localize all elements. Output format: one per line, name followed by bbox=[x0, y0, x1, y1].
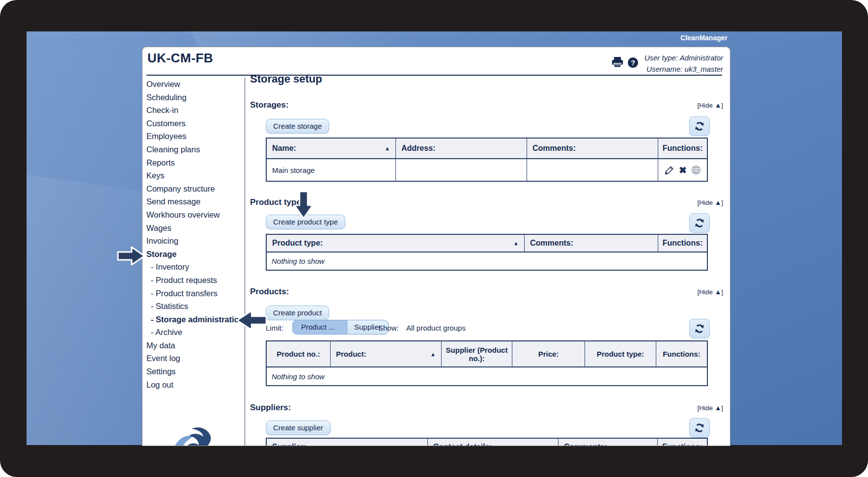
refresh-icon bbox=[694, 323, 705, 334]
limit-product-groups-button[interactable]: Product ... bbox=[292, 320, 347, 335]
product-types-table: Product type: ▲ Comments: Functions: Not… bbox=[266, 234, 708, 271]
sidebar-item-settings[interactable]: Settings bbox=[146, 365, 243, 378]
storages-hide-link[interactable]: [Hide ▲] bbox=[698, 102, 723, 109]
screen: CleanManager UK-CM-FB ? User type: Admin… bbox=[0, 0, 868, 477]
create-product-button[interactable]: Create product bbox=[266, 306, 329, 320]
suppliers-col-supplier[interactable]: Supplier: ▲ bbox=[267, 439, 428, 446]
storage-address-cell bbox=[396, 159, 527, 181]
storages-col-name[interactable]: Name: ▲ bbox=[267, 139, 396, 159]
product-types-col-type[interactable]: Product type: ▲ bbox=[267, 235, 525, 253]
storage-pointer-arrow-icon bbox=[117, 246, 145, 268]
products-col-type[interactable]: Product type: bbox=[585, 341, 656, 367]
products-section-label: Products: bbox=[250, 287, 289, 297]
suppliers-col-functions: Functions: bbox=[658, 439, 707, 446]
sidebar-item-keys[interactable]: Keys bbox=[146, 169, 243, 182]
products-refresh-button[interactable] bbox=[689, 319, 710, 338]
sidebar-item-inventory[interactable]: - Inventory bbox=[146, 260, 243, 274]
suppliers-refresh-button[interactable] bbox=[689, 418, 710, 438]
products-col-product[interactable]: Product: ▲ bbox=[331, 341, 442, 367]
sidebar-item-reports[interactable]: Reports bbox=[146, 156, 243, 169]
print-icon[interactable] bbox=[612, 57, 623, 68]
storages-col-address[interactable]: Address: bbox=[396, 139, 527, 159]
show-value[interactable]: All product groups bbox=[406, 324, 466, 332]
suppliers-hide-link[interactable]: [Hide ▲] bbox=[698, 404, 723, 412]
sidebar-item-check-in[interactable]: Check-in bbox=[146, 104, 243, 117]
products-col-no[interactable]: Product no.: bbox=[267, 341, 331, 367]
sidebar-item-storage[interactable]: Storage bbox=[146, 248, 243, 261]
sidebar-item-statistics[interactable]: - Statistics bbox=[146, 300, 243, 313]
globe-icon[interactable] bbox=[691, 165, 701, 175]
user-type-label: User type: Administrator bbox=[644, 52, 723, 63]
help-icon[interactable]: ? bbox=[628, 57, 638, 68]
limit-segmented-control: Product ... Supplier bbox=[292, 320, 389, 335]
storage-comments-cell bbox=[527, 159, 658, 181]
header-divider bbox=[146, 75, 722, 76]
sidebar-item-customers[interactable]: Customers bbox=[146, 117, 243, 130]
suppliers-table: Supplier: ▲ Contact details: Comments: F… bbox=[266, 438, 708, 446]
product-types-hide-link[interactable]: [Hide ▲] bbox=[698, 199, 723, 206]
products-col-price[interactable]: Price: bbox=[512, 341, 585, 367]
page-title: UK-CM-FB bbox=[147, 51, 213, 66]
storages-col-comments[interactable]: Comments: bbox=[527, 139, 658, 159]
product-types-refresh-button[interactable] bbox=[689, 213, 710, 233]
sort-asc-icon: ▲ bbox=[381, 145, 390, 151]
storage-name-cell: Main storage bbox=[267, 159, 396, 181]
storage-functions-cell: ✖ bbox=[658, 159, 707, 181]
limit-label: Limit: bbox=[266, 324, 283, 332]
sidebar-item-overview[interactable]: Overview bbox=[146, 78, 243, 91]
sidebar: Overview Scheduling Check-in Customers E… bbox=[146, 78, 243, 391]
create-product-type-pointer-arrow-icon bbox=[293, 191, 314, 221]
refresh-icon bbox=[694, 422, 705, 433]
sort-asc-icon: ▲ bbox=[509, 240, 519, 246]
sidebar-divider bbox=[245, 78, 245, 446]
products-col-functions: Functions: bbox=[656, 341, 707, 367]
products-col-supplier[interactable]: Supplier (Product no.): bbox=[442, 341, 512, 367]
sidebar-item-product-transfers[interactable]: - Product transfers bbox=[146, 287, 243, 300]
sidebar-item-wages[interactable]: Wages bbox=[146, 222, 243, 235]
content-title: Storage setup bbox=[250, 73, 322, 85]
product-types-empty-row: Nothing to show bbox=[267, 253, 707, 270]
edit-pencil-icon[interactable] bbox=[664, 165, 674, 175]
storages-table: Name: ▲ Address: Comments: Functions: Ma… bbox=[266, 138, 708, 182]
storage-administration-pointer-arrow-icon bbox=[236, 309, 267, 333]
storages-col-functions: Functions: bbox=[658, 139, 707, 159]
delete-icon[interactable]: ✖ bbox=[679, 166, 687, 175]
username-label: Username: uk3_master bbox=[644, 63, 723, 75]
products-empty-row: Nothing to show bbox=[267, 367, 707, 385]
refresh-icon bbox=[694, 121, 705, 132]
create-supplier-button[interactable]: Create supplier bbox=[266, 421, 331, 435]
sidebar-item-workhours-overview[interactable]: Workhours overview bbox=[146, 208, 243, 222]
sidebar-item-my-data[interactable]: My data bbox=[146, 339, 243, 352]
storages-section-label: Storages: bbox=[250, 100, 288, 110]
sidebar-item-event-log[interactable]: Event log bbox=[146, 352, 243, 365]
sidebar-item-employees[interactable]: Employees bbox=[146, 130, 243, 143]
sidebar-item-company-structure[interactable]: Company structure bbox=[146, 182, 243, 196]
user-info: User type: Administrator Username: uk3_m… bbox=[644, 52, 723, 75]
refresh-icon bbox=[694, 218, 705, 228]
sidebar-item-storage-administration[interactable]: - Storage administration bbox=[146, 313, 243, 326]
create-storage-button[interactable]: Create storage bbox=[266, 119, 329, 134]
sidebar-item-send-message[interactable]: Send message bbox=[146, 195, 243, 208]
sidebar-item-archive[interactable]: - Archive bbox=[146, 326, 243, 339]
app-window: UK-CM-FB ? User type: Administrator User… bbox=[142, 47, 730, 446]
product-types-col-functions: Functions: bbox=[658, 235, 707, 253]
products-hide-link[interactable]: [Hide ▲] bbox=[698, 288, 723, 296]
sidebar-item-log-out[interactable]: Log out bbox=[146, 378, 243, 392]
sidebar-item-scheduling[interactable]: Scheduling bbox=[146, 91, 243, 104]
sort-asc-icon: ▲ bbox=[413, 444, 422, 446]
storages-refresh-button[interactable] bbox=[689, 116, 710, 136]
sidebar-item-invoicing[interactable]: Invoicing bbox=[146, 234, 243, 248]
product-types-col-comments[interactable]: Comments: bbox=[525, 235, 658, 253]
sidebar-item-product-requests[interactable]: - Product requests bbox=[146, 274, 243, 287]
show-label: Show: bbox=[378, 324, 399, 332]
table-row: Main storage ✖ bbox=[267, 159, 707, 181]
suppliers-section-label: Suppliers: bbox=[250, 403, 291, 413]
cleanmanager-logo bbox=[172, 425, 213, 446]
sidebar-item-cleaning-plans[interactable]: Cleaning plans bbox=[146, 143, 243, 156]
suppliers-col-contact[interactable]: Contact details: bbox=[428, 439, 559, 446]
products-table: Product no.: Product: ▲ Supplier (Produc… bbox=[266, 340, 708, 386]
sort-asc-icon: ▲ bbox=[426, 351, 436, 357]
suppliers-col-comments[interactable]: Comments: bbox=[559, 439, 658, 446]
brand-text: CleanManager bbox=[491, 34, 728, 42]
